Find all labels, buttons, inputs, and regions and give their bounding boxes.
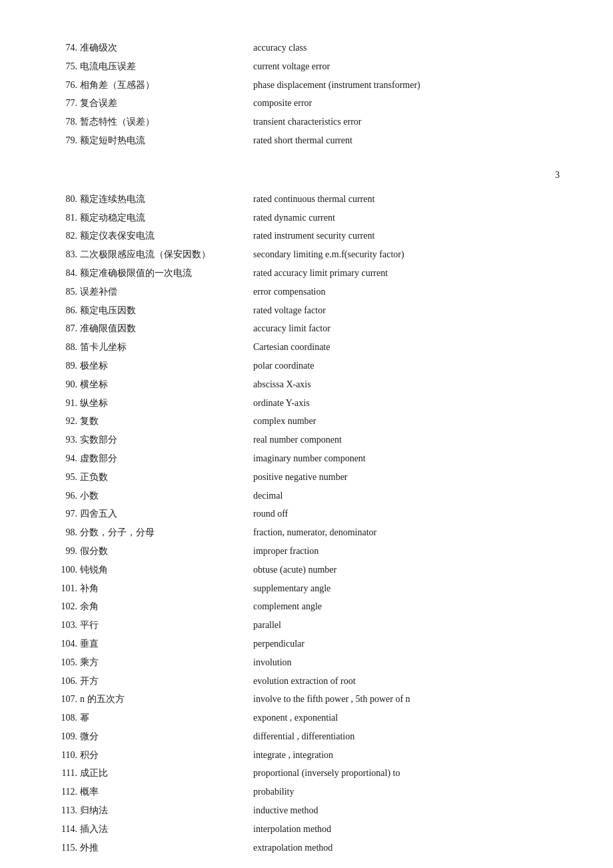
entry-number: 86. (53, 303, 77, 319)
entry-number: 107. (53, 691, 77, 707)
entry-number: 95. (53, 469, 77, 485)
entry-number: 111. (53, 765, 77, 781)
list-item: 98. 分数，分子，分母 fraction, numerator, denomi… (53, 525, 560, 541)
entry-english: decimal (227, 488, 560, 504)
entry-english: rated dynamic current (227, 210, 560, 226)
entry-english: rated short thermal current (227, 133, 560, 149)
list-item: 80. 额定连续热电流 rated continuous thermal cur… (53, 191, 560, 207)
entry-english: accuracy class (227, 40, 560, 56)
list-item: 86. 额定电压因数 rated voltage factor (53, 303, 560, 319)
entry-english: improper fraction (227, 543, 560, 559)
entry-chinese: n 的五次方 (80, 691, 227, 707)
list-item: 110. 积分 integrate , integration (53, 747, 560, 763)
entry-english: perpendicular (227, 636, 560, 652)
list-item: 79. 额定短时热电流 rated short thermal current (53, 133, 560, 149)
entry-number: 115. (53, 840, 77, 856)
list-item: 75. 电流电压误差 current voltage error (53, 59, 560, 75)
entry-english: composite error (227, 95, 560, 111)
entry-english: error compensation (227, 284, 560, 300)
list-item: 101. 补角 supplementary angle (53, 581, 560, 597)
entry-chinese: 准确级次 (80, 40, 227, 56)
entry-english: real number component (227, 432, 560, 448)
entry-chinese: 相角差（互感器） (80, 77, 227, 93)
section-break (53, 151, 560, 165)
entry-number: 76. (53, 77, 77, 93)
entry-english: involve to the fifth power , 5th power o… (227, 691, 560, 707)
entry-number: 106. (53, 673, 77, 689)
list-item: 106. 开方 evolution extraction of root (53, 673, 560, 689)
entry-chinese: 成正比 (80, 765, 227, 781)
entry-chinese: 横坐标 (80, 377, 227, 393)
list-item: 74. 准确级次 accuracy class (53, 40, 560, 56)
entry-number: 77. (53, 95, 77, 111)
entry-english: Cartesian coordinate (227, 339, 560, 355)
entry-chinese: 复合误差 (80, 95, 227, 111)
list-item: 96. 小数 decimal (53, 488, 560, 504)
entry-chinese: 纵坐标 (80, 395, 227, 411)
list-item: 112. 概率 probability (53, 784, 560, 800)
list-item: 85. 误差补偿 error compensation (53, 284, 560, 300)
entry-number: 105. (53, 655, 77, 671)
list-item: 82. 额定仪表保安电流 rated instrument security c… (53, 228, 560, 244)
list-item: 91. 纵坐标 ordinate Y-axis (53, 395, 560, 411)
entry-number: 87. (53, 321, 77, 337)
entry-english: current voltage error (227, 59, 560, 75)
entry-number: 108. (53, 710, 77, 726)
entry-chinese: 虚数部分 (80, 451, 227, 467)
list-item: 97. 四舍五入 round off (53, 506, 560, 522)
entry-english: imaginary number component (227, 451, 560, 467)
entry-chinese: 额定仪表保安电流 (80, 228, 227, 244)
entry-english: rated instrument security current (227, 228, 560, 244)
list-item: 92. 复数 complex number (53, 413, 560, 429)
entry-number: 85. (53, 284, 77, 300)
entry-chinese: 余角 (80, 599, 227, 615)
entry-chinese: 微分 (80, 729, 227, 745)
entry-number: 112. (53, 784, 77, 800)
list-item: 109. 微分 differential , differentiation (53, 729, 560, 745)
page-number: 3 (555, 170, 560, 181)
entry-number: 90. (53, 377, 77, 393)
entry-english: abscissa X-axis (227, 377, 560, 393)
entry-english: fraction, numerator, denominator (227, 525, 560, 541)
entry-english: secondary limiting e.m.f(security factor… (227, 247, 560, 263)
entry-english: probability (227, 784, 560, 800)
entry-number: 100. (53, 562, 77, 578)
list-item: 84. 额定准确极限值的一次电流 rated accuracy limit pr… (53, 265, 560, 281)
entry-english: inductive method (227, 803, 560, 819)
list-item: 107. n 的五次方 involve to the fifth power ,… (53, 691, 560, 707)
entry-number: 114. (53, 821, 77, 837)
entry-english: extrapolation method (227, 840, 560, 856)
entry-number: 78. (53, 114, 77, 130)
entry-chinese: 实数部分 (80, 432, 227, 448)
entry-chinese: 补角 (80, 581, 227, 597)
entry-english: integrate , integration (227, 747, 560, 763)
entry-chinese: 垂直 (80, 636, 227, 652)
entry-chinese: 额定电压因数 (80, 303, 227, 319)
entry-english: rated voltage factor (227, 303, 560, 319)
entry-english: parallel (227, 617, 560, 633)
entry-number: 75. (53, 59, 77, 75)
entry-chinese: 额定短时热电流 (80, 133, 227, 149)
entry-english: complement angle (227, 599, 560, 615)
entry-english: transient characteristics error (227, 114, 560, 130)
list-item: 105. 乘方 involution (53, 655, 560, 671)
entry-number: 81. (53, 210, 77, 226)
entry-chinese: 极坐标 (80, 358, 227, 374)
list-item: 99. 假分数 improper fraction (53, 543, 560, 559)
entry-chinese: 开方 (80, 673, 227, 689)
entry-english: involution (227, 655, 560, 671)
entry-number: 99. (53, 543, 77, 559)
entry-english: rated accuracy limit primary current (227, 265, 560, 281)
entry-english: differential , differentiation (227, 729, 560, 745)
entry-chinese: 插入法 (80, 821, 227, 837)
entry-chinese: 平行 (80, 617, 227, 633)
entries-before-break: 74. 准确级次 accuracy class 75. 电流电压误差 curre… (53, 40, 560, 149)
list-item: 87. 准确限值因数 accuracy limit factor (53, 321, 560, 337)
entry-english: polar coordinate (227, 358, 560, 374)
entry-chinese: 乘方 (80, 655, 227, 671)
list-item: 114. 插入法 interpolation method (53, 821, 560, 837)
entry-english: rated continuous thermal current (227, 191, 560, 207)
entry-english: complex number (227, 413, 560, 429)
entry-english: phase displacement (instrument transform… (227, 77, 560, 93)
list-item: 83. 二次极限感应电流（保安因数） secondary limiting e.… (53, 247, 560, 263)
